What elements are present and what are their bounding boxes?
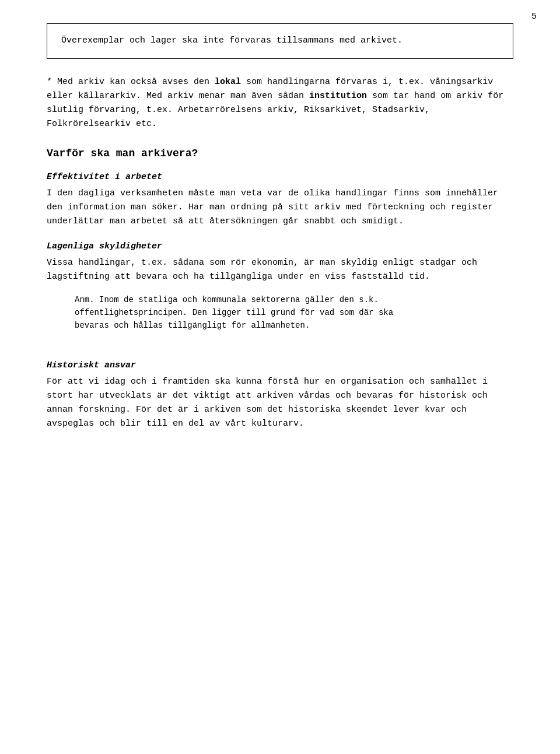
para1-bold-lokal: lokal: [215, 77, 241, 87]
para-historiskt: För att vi idag och i framtiden ska kunn…: [47, 375, 513, 431]
subheading-historiskt: Historiskt ansvar: [47, 360, 513, 370]
para1-part1: * Med arkiv kan också avses den: [47, 77, 215, 87]
paragraph-arkiv-intro: * Med arkiv kan också avses den lokal so…: [47, 75, 513, 131]
para-lagenliga: Vissa handlingar, t.ex. sådana som rör e…: [47, 256, 513, 284]
subheading-effektivitet: Effektivitet i arbetet: [47, 172, 513, 182]
intro-text: Överexemplar och lager ska inte förvaras…: [61, 34, 499, 48]
para-effektivitet: I den dagliga verksamheten måste man vet…: [47, 187, 513, 229]
note-line3: bevaras och hållas tillgängligt för allm…: [75, 319, 513, 332]
note-line2: offentlighetsprincipen. Den ligger till …: [75, 306, 513, 319]
heading-varfor: Varför ska man arkivera?: [47, 148, 513, 159]
note-block: Anm. Inom de statliga och kommunala sekt…: [75, 293, 513, 332]
subheading-lagenliga: Lagenliga skyldigheter: [47, 241, 513, 251]
page-number: 5: [531, 12, 537, 22]
intro-block: Överexemplar och lager ska inte förvaras…: [47, 23, 513, 59]
note-line1: Anm. Inom de statliga och kommunala sekt…: [75, 293, 513, 306]
page-container: 5 Överexemplar och lager ska inte förvar…: [0, 0, 560, 754]
spacer: [47, 338, 513, 348]
para1-bold-institution: institution: [309, 91, 367, 101]
